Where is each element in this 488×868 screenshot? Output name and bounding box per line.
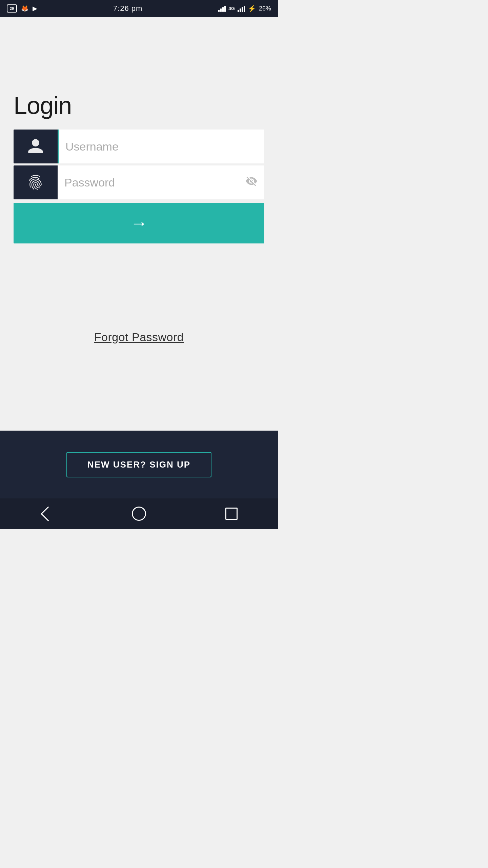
firefox-icon: 🦊	[21, 5, 28, 12]
password-field-group	[14, 165, 264, 199]
password-input-wrapper[interactable]	[58, 165, 264, 199]
app-icon: ▶	[33, 5, 37, 12]
fingerprint-icon-box	[14, 165, 58, 199]
login-button[interactable]: →	[14, 203, 264, 243]
username-input-wrapper[interactable]	[58, 130, 264, 163]
fingerprint-icon	[27, 174, 44, 191]
status-bar: 29 🦊 ▶ 7:26 pm 4G ⚡ 26%	[0, 0, 278, 17]
lightning-icon: ⚡	[248, 4, 256, 13]
forgot-password-link[interactable]: Forgot Password	[94, 331, 184, 344]
network-label: 4G	[228, 6, 235, 11]
lte-signal-icon	[238, 5, 245, 12]
signal-icon	[218, 5, 226, 12]
back-icon	[41, 509, 52, 519]
username-field-group	[14, 130, 264, 163]
home-button[interactable]	[129, 504, 149, 524]
password-input[interactable]	[64, 176, 258, 189]
status-time: 7:26 pm	[113, 4, 143, 13]
forgot-password-section: Forgot Password	[14, 243, 264, 431]
battery-level: 26%	[259, 5, 271, 12]
signup-button[interactable]: NEW USER? SIGN UP	[66, 452, 211, 477]
username-input[interactable]	[65, 140, 258, 153]
home-icon	[132, 507, 146, 521]
page-title: Login	[14, 92, 264, 119]
recent-button[interactable]	[221, 504, 242, 524]
main-content: Login → Forg	[0, 17, 278, 431]
notification-badge: 29	[7, 4, 17, 13]
status-bar-left: 29 🦊 ▶	[7, 4, 37, 13]
recent-icon	[225, 508, 238, 520]
status-bar-right: 4G ⚡ 26%	[218, 4, 271, 13]
nav-bar	[0, 498, 278, 529]
bottom-section: NEW USER? SIGN UP	[0, 431, 278, 498]
password-toggle-icon[interactable]	[245, 175, 258, 190]
back-button[interactable]	[36, 504, 57, 524]
user-icon	[27, 138, 44, 155]
user-icon-box	[14, 130, 58, 163]
arrow-icon: →	[130, 213, 148, 233]
